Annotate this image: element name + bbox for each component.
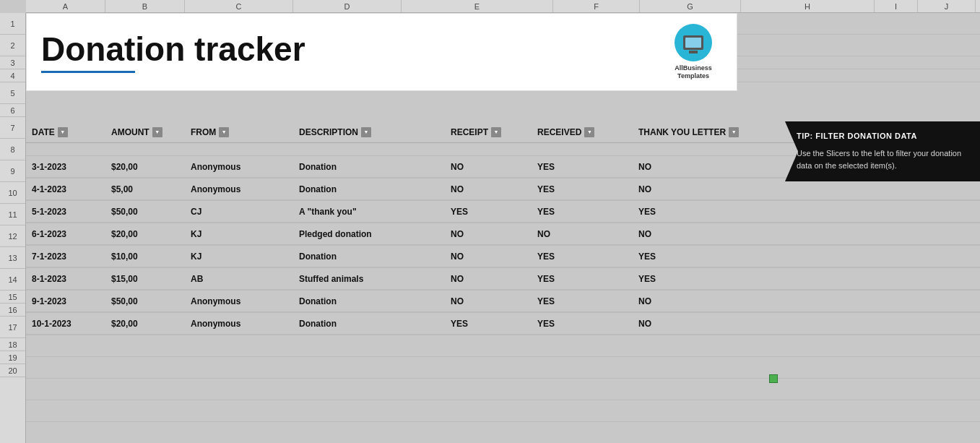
data-rows-container: 3-1-2023$20,00AnonymousDonationNOYESNO4-… xyxy=(26,156,980,443)
empty-row xyxy=(26,357,980,379)
header-title-area: Donation tracker xyxy=(41,31,664,73)
cell-description: A "thank you" xyxy=(293,207,445,217)
cell-date: 9-1-2023 xyxy=(26,296,105,306)
cell-description: Donation xyxy=(293,296,445,306)
spreadsheet-body: 1234567891011121314151617181920 Donation… xyxy=(0,13,980,443)
col-header-c: C xyxy=(185,0,293,12)
row-number-17: 17 xyxy=(0,317,25,338)
spreadsheet-content: Donation tracker AllBusiness Templates xyxy=(26,13,980,443)
row-number-6: 6 xyxy=(0,104,25,117)
cell-receipt: NO xyxy=(445,296,532,306)
row-2-right xyxy=(737,35,980,56)
row-number-4: 4 xyxy=(0,69,25,82)
th-amount: AMOUNT xyxy=(105,127,185,137)
column-headers-row: A B C D E F G H I J K L xyxy=(26,0,980,13)
col-header-i: I xyxy=(875,0,918,12)
empty-row xyxy=(26,335,980,357)
empty-row xyxy=(26,379,980,400)
cell-thankyou: NO xyxy=(633,296,766,306)
tip-text: Use the Slicers to the left to filter yo… xyxy=(797,147,968,171)
col-header-d: D xyxy=(293,0,402,12)
cell-thankyou: NO xyxy=(633,184,766,194)
row-number-16: 16 xyxy=(0,304,25,317)
date-filter-button[interactable] xyxy=(58,127,68,137)
description-filter-button[interactable] xyxy=(361,127,371,137)
thankyou-filter-button[interactable] xyxy=(729,127,739,137)
row-number-18: 18 xyxy=(0,338,25,351)
received-filter-button[interactable] xyxy=(584,127,594,137)
cell-received: YES xyxy=(532,162,633,172)
cell-receipt: NO xyxy=(445,229,532,239)
row-number-11: 11 xyxy=(0,204,25,225)
cell-description: Pledged donation xyxy=(293,229,445,239)
col-header-j: J xyxy=(918,0,976,12)
company-logo: AllBusiness Templates xyxy=(664,23,722,81)
amount-filter-button[interactable] xyxy=(152,127,162,137)
col-header-f: F xyxy=(553,0,640,12)
cell-date: 6-1-2023 xyxy=(26,229,105,239)
table-row: 10-1-2023$20,00AnonymousDonationYESYESNO xyxy=(26,313,980,335)
cell-description: Donation xyxy=(293,319,445,329)
row-number-10: 10 xyxy=(0,182,25,204)
empty-row xyxy=(26,422,980,443)
cell-from: CJ xyxy=(185,207,293,217)
table-row: 5-1-2023$50,00CJA "thank you"YESYESYES xyxy=(26,201,980,223)
cell-amount: $50,00 xyxy=(105,207,185,217)
cell-received: NO xyxy=(532,229,633,239)
th-date: DATE xyxy=(26,127,105,137)
row-number-12: 12 xyxy=(0,225,25,247)
cell-from: KJ xyxy=(185,251,293,262)
row-number-8: 8 xyxy=(0,139,25,160)
tip-title: TIP: FILTER DONATION DATA xyxy=(797,132,968,140)
th-receipt: RECEIPT xyxy=(445,127,532,137)
tip-box: TIP: FILTER DONATION DATA Use the Slicer… xyxy=(785,121,980,181)
cell-description: Donation xyxy=(293,184,445,194)
cell-thankyou: NO xyxy=(633,229,766,239)
cell-thankyou: YES xyxy=(633,274,766,284)
cell-amount: $15,00 xyxy=(105,274,185,284)
cell-received: YES xyxy=(532,319,633,329)
spreadsheet: A B C D E F G H I J K L 1234567891011121… xyxy=(0,0,980,443)
th-thank-you: THANK YOU LETTER xyxy=(633,127,766,137)
cell-from: Anonymous xyxy=(185,296,293,306)
row-number-9: 9 xyxy=(0,160,25,182)
col-header-h: H xyxy=(741,0,875,12)
cell-from: AB xyxy=(185,274,293,284)
page-title: Donation tracker xyxy=(41,31,664,68)
screen-icon xyxy=(685,38,701,48)
cell-received: YES xyxy=(532,274,633,284)
cell-description: Donation xyxy=(293,162,445,172)
col-header-e: E xyxy=(402,0,553,12)
receipt-filter-button[interactable] xyxy=(491,127,501,137)
cell-date: 3-1-2023 xyxy=(26,162,105,172)
cell-received: YES xyxy=(532,296,633,306)
cell-thankyou: NO xyxy=(633,162,766,172)
cell-amount: $10,00 xyxy=(105,251,185,262)
th-description: DESCRIPTION xyxy=(293,127,445,137)
cell-from: Anonymous xyxy=(185,319,293,329)
row-number-1: 1 xyxy=(0,13,25,35)
cell-receipt: NO xyxy=(445,162,532,172)
cell-amount: $5,00 xyxy=(105,184,185,194)
row-number-5: 5 xyxy=(0,82,25,104)
col-header-b: B xyxy=(105,0,185,12)
monitor-icon xyxy=(683,35,703,50)
table-row: 6-1-2023$20,00KJPledged donationNONONO xyxy=(26,223,980,245)
cell-thankyou: YES xyxy=(633,207,766,217)
table-row: 8-1-2023$15,00ABStuffed animalsNOYESYES xyxy=(26,268,980,290)
cell-amount: $20,00 xyxy=(105,319,185,329)
from-filter-button[interactable] xyxy=(219,127,229,137)
logo-text: AllBusiness Templates xyxy=(675,64,712,80)
row-number-19: 19 xyxy=(0,351,25,364)
cell-thankyou: NO xyxy=(633,319,766,329)
cell-date: 5-1-2023 xyxy=(26,207,105,217)
row-number-15: 15 xyxy=(0,291,25,304)
cell-from: Anonymous xyxy=(185,162,293,172)
green-cell-indicator xyxy=(769,374,778,383)
cell-from: Anonymous xyxy=(185,184,293,194)
table-row: 4-1-2023$5,00AnonymousDonationNOYESNO xyxy=(26,179,980,200)
cell-description: Donation xyxy=(293,251,445,262)
cell-amount: $50,00 xyxy=(105,296,185,306)
cell-date: 7-1-2023 xyxy=(26,251,105,262)
row-number-2: 2 xyxy=(0,35,25,56)
